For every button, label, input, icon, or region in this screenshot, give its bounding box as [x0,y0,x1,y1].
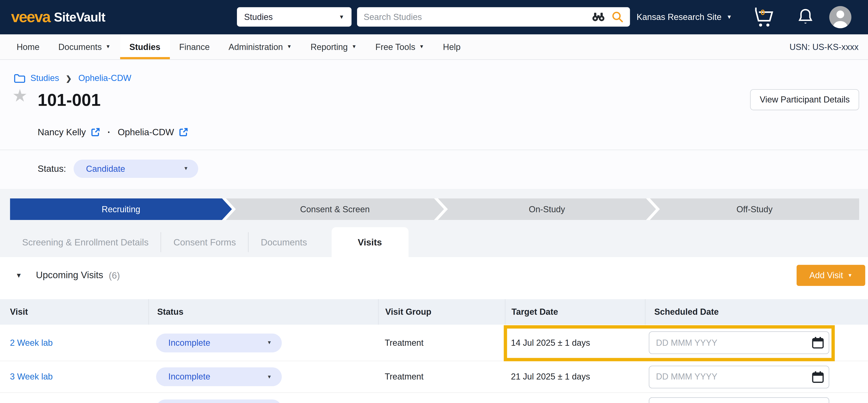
usn-label: USN: US-KS-xxxx [789,34,859,60]
tab-screening-enrollment[interactable]: Screening & Enrollment Details [10,227,161,257]
visit-status-select[interactable] [156,399,282,403]
breadcrumb-studies-link[interactable]: Studies [30,73,59,83]
visit-link[interactable]: 2 Week lab [10,338,53,348]
chevron-down-icon: ▼ [339,14,344,20]
stages-and-tabs: Recruiting Consent & Screen On-Study Off… [0,189,868,257]
favorite-star-icon[interactable]: ★ [12,87,28,104]
status-label: Status: [38,164,66,174]
chevron-down-icon: ▼ [267,340,272,345]
upcoming-visits-count: (6) [109,270,120,281]
view-participant-details-button[interactable]: View Participant Details [750,89,859,110]
participant-id: 101-001 [38,90,101,110]
visits-table-header: Visit Status Visit Group Target Date Sch… [0,299,868,325]
upcoming-visits-header: ▼ Upcoming Visits (6) Add Visit ▼ [0,257,868,294]
nav-item-reporting[interactable]: Reporting ▼ [301,34,366,59]
nav-item-administration[interactable]: Administration ▼ [219,34,301,59]
stage-recruiting[interactable]: Recruiting [10,198,232,220]
veeva-sitevault-logo: veeva SiteVault [11,0,105,34]
calendar-icon[interactable] [812,336,825,351]
chevron-down-icon: ▼ [183,166,188,171]
participant-header: Studies ❯ Ophelia-CDW ★ 101-001 View Par… [0,60,868,189]
tab-visits[interactable]: Visits [332,227,408,257]
site-name-value: Kansas Research Site [637,12,721,22]
visit-group-value: Treatment [385,338,424,348]
breadcrumb-separator-icon: ❯ [66,74,72,82]
target-date-value: 14 Jul 2025 ± 1 days [511,338,590,348]
visits-table: Visit Status Visit Group Target Date Sch… [0,299,868,403]
nav-item-studies[interactable]: Studies [120,34,170,59]
visit-status-select[interactable]: Incomplete ▼ [156,333,282,352]
folder-icon [14,74,26,83]
search-scope-select[interactable]: Studies ▼ [237,7,351,26]
cart-count-badge: 0 [761,8,765,17]
site-selector[interactable]: Kansas Research Site ▼ [637,0,732,34]
column-header-visit: Visit [0,299,148,325]
study-name: Ophelia-CDW [118,127,174,138]
status-row: Status: Candidate ▼ [38,160,868,178]
nav-item-home[interactable]: Home [7,34,49,59]
status-select[interactable]: Candidate ▼ [74,160,198,178]
visit-status-value: Incomplete [168,372,210,382]
veeva-logo-text: veeva [11,8,50,26]
visit-status-value: Incomplete [168,338,210,348]
stage-progress-bar: Recruiting Consent & Screen On-Study Off… [10,198,858,220]
nav-item-help[interactable]: Help [434,34,470,59]
column-header-target-date: Target Date [505,299,645,325]
search-icons [592,11,623,23]
section-divider [0,150,868,150]
scheduled-date-input[interactable] [649,397,829,403]
chevron-down-icon: ▼ [267,374,272,379]
search-input[interactable] [364,12,592,22]
breadcrumb-study-link[interactable]: Ophelia-CDW [78,73,131,83]
add-visit-button[interactable]: Add Visit ▼ [797,265,865,286]
nav-item-free-tools[interactable]: Free Tools ▼ [366,34,433,59]
nav-item-documents[interactable]: Documents ▼ [49,34,120,59]
sitevault-app: veeva SiteVault Studies ▼ [0,0,868,403]
stage-consent-screen[interactable]: Consent & Screen [226,198,444,220]
investigator-name: Nancy Kelly [38,127,86,138]
stage-on-study[interactable]: On-Study [438,198,656,220]
search-icon[interactable] [612,11,623,23]
dot-separator: · [107,127,111,138]
column-header-status: Status [148,299,378,325]
table-row [0,393,868,403]
visit-group-value: Treatment [385,372,424,382]
notifications-bell-icon[interactable] [796,7,815,29]
scheduled-date-field [649,366,829,388]
chevron-down-icon: ▼ [351,44,356,49]
scheduled-date-field [649,397,829,403]
stage-off-study[interactable]: Off-Study [650,198,859,220]
upcoming-visits-title: Upcoming Visits [36,270,103,281]
cart-button[interactable]: 0 [752,6,776,28]
visit-link[interactable]: 3 Week lab [10,372,53,382]
binoculars-icon[interactable] [592,12,605,22]
tab-documents[interactable]: Documents [249,227,319,257]
status-value: Candidate [86,164,125,174]
scheduled-date-input[interactable] [649,331,829,354]
breadcrumb: Studies ❯ Ophelia-CDW [0,60,868,85]
chevron-down-icon: ▼ [419,44,424,49]
sitevault-logo-text: SiteVault [54,10,105,25]
detail-tabs: Screening & Enrollment Details Consent F… [10,227,858,257]
collapse-caret-icon[interactable]: ▼ [16,271,22,279]
chevron-down-icon: ▼ [726,15,732,20]
chevron-down-icon: ▼ [287,44,292,49]
external-link-icon[interactable] [91,127,100,137]
main-nav: Home Documents ▼ Studies Finance Adminis… [0,34,868,60]
column-header-visit-group: Visit Group [378,299,505,325]
scheduled-date-input[interactable] [649,366,829,388]
table-row: 3 Week lab Incomplete ▼ Treatment 21 Jul… [0,361,868,393]
scheduled-date-field [649,331,829,354]
external-link-icon[interactable] [179,127,189,137]
title-row: ★ 101-001 View Participant Details [0,88,868,120]
nav-item-finance[interactable]: Finance [170,34,219,59]
chevron-down-icon: ▼ [105,44,111,49]
calendar-icon[interactable] [812,370,825,385]
target-date-value: 21 Jul 2025 ± 1 days [511,372,590,382]
chevron-down-icon: ▼ [847,273,852,278]
search-scope-value: Studies [244,12,273,22]
visit-status-select[interactable]: Incomplete ▼ [156,367,282,386]
global-search [357,7,630,26]
user-avatar[interactable] [829,6,851,28]
tab-consent-forms[interactable]: Consent Forms [161,227,248,257]
